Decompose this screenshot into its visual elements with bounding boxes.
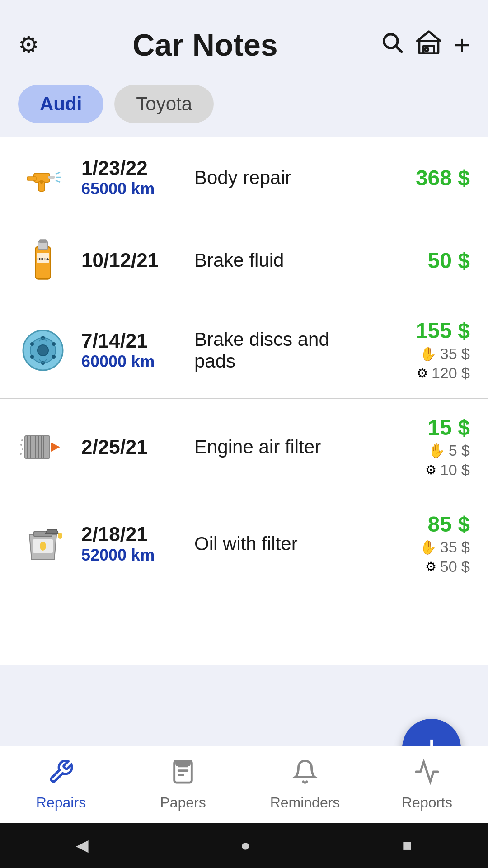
repair-cost: 368 $ — [371, 165, 470, 190]
nav-item-repairs[interactable]: Repairs — [0, 746, 122, 823]
repair-date-4: 2/25/21 — [81, 436, 185, 458]
nav-item-reminders[interactable]: Reminders — [244, 746, 366, 823]
svg-point-24 — [52, 342, 56, 346]
android-nav-bar: ◀ ● ■ — [0, 823, 488, 868]
parts-value-5: 50 $ — [440, 558, 470, 576]
repair-cost-total-3: 155 $ — [371, 318, 470, 343]
repair-cost-total-2: 50 $ — [371, 248, 470, 273]
repair-item-3[interactable]: 7/14/21 60000 km Brake discs and pads 15… — [0, 302, 488, 399]
nav-item-reports[interactable]: Reports — [366, 746, 488, 823]
svg-point-38 — [21, 439, 23, 441]
repair-date-3: 7/14/21 — [81, 330, 185, 352]
repair-date-section-5: 2/18/21 52000 km — [81, 523, 185, 565]
reports-icon — [414, 759, 440, 791]
repair-cost-4: 15 $ ✋ 5 $ ⚙ 10 $ — [371, 415, 470, 479]
repair-name: Body repair — [185, 167, 371, 189]
svg-text:DOT4: DOT4 — [37, 256, 49, 261]
labor-value-3: 35 $ — [440, 345, 470, 363]
svg-point-39 — [20, 444, 22, 446]
nav-label-reminders: Reminders — [270, 794, 340, 811]
repair-item-1[interactable]: 1/23/22 65000 km Body repair 368 $ — [0, 137, 488, 219]
svg-marker-37 — [51, 443, 60, 452]
nav-item-papers[interactable]: Papers — [122, 746, 244, 823]
repair-cost-2: 50 $ — [371, 248, 470, 273]
svg-line-13 — [56, 180, 60, 182]
labor-value-5: 35 $ — [440, 538, 470, 556]
svg-point-6 — [425, 48, 428, 51]
android-home-button[interactable]: ● — [240, 836, 250, 855]
svg-point-45 — [58, 533, 62, 539]
repair-name-4: Engine air filter — [185, 436, 371, 458]
svg-point-41 — [20, 453, 22, 455]
repair-date-section: 1/23/22 65000 km — [81, 157, 185, 198]
app-title: Car Notes — [30, 27, 380, 62]
svg-rect-2 — [419, 41, 438, 54]
repair-cost-total-5: 85 $ — [371, 512, 470, 537]
parts-cost-5: ⚙ 50 $ — [371, 558, 470, 576]
bottom-nav: Repairs Papers Reminders R — [0, 746, 488, 823]
repair-name-5: Oil with filter — [185, 533, 371, 555]
android-back-button[interactable]: ◀ — [76, 836, 89, 855]
header: ⚙ Car Notes + — [0, 0, 488, 76]
svg-rect-52 — [177, 760, 190, 765]
repair-cost-5: 85 $ ✋ 35 $ ⚙ 50 $ — [371, 512, 470, 576]
parts-value-4: 10 $ — [440, 461, 470, 479]
repair-icon-filter — [18, 422, 68, 472]
repair-list: 1/23/22 65000 km Body repair 368 $ DOT4 … — [0, 137, 488, 665]
repair-name-3: Brake discs and pads — [185, 329, 371, 372]
repair-item-5[interactable]: 2/18/21 52000 km Oil with filter 85 $ ✋ … — [0, 495, 488, 592]
repair-date: 1/23/22 — [81, 157, 185, 179]
repair-cost-total-4: 15 $ — [371, 415, 470, 440]
papers-icon — [170, 759, 196, 791]
parts-cost-3: ⚙ 120 $ — [371, 364, 470, 382]
nav-label-papers: Papers — [160, 794, 206, 811]
repair-date-2: 10/12/21 — [81, 249, 185, 272]
repair-icon-disc — [18, 326, 68, 375]
tab-audi[interactable]: Audi — [18, 85, 103, 123]
svg-point-40 — [22, 448, 23, 450]
labor-cost-4: ✋ 5 $ — [371, 442, 470, 459]
svg-rect-17 — [39, 239, 47, 243]
svg-line-11 — [56, 172, 60, 174]
svg-rect-14 — [40, 180, 43, 184]
header-actions: + — [380, 29, 470, 61]
svg-marker-44 — [45, 529, 59, 534]
svg-point-27 — [30, 355, 34, 359]
repairs-icon — [48, 759, 74, 791]
repair-icon-fluid: DOT4 — [18, 236, 68, 285]
car-tabs: Audi Toyota — [0, 76, 488, 137]
svg-line-1 — [396, 47, 402, 52]
svg-rect-10 — [48, 176, 55, 179]
svg-point-22 — [38, 345, 48, 356]
repair-date-section-4: 2/25/21 — [81, 436, 185, 458]
repair-km-3: 60000 km — [81, 352, 185, 371]
labor-value-4: 5 $ — [449, 442, 470, 459]
repair-item-4[interactable]: 2/25/21 Engine air filter 15 $ ✋ 5 $ ⚙ 1… — [0, 399, 488, 495]
repair-item-2[interactable]: DOT4 10/12/21 Brake fluid 50 $ — [0, 219, 488, 302]
nav-label-reports: Reports — [402, 794, 452, 811]
repair-cost-total: 368 $ — [371, 165, 470, 190]
tab-toyota[interactable]: Toyota — [114, 85, 214, 123]
labor-cost-3: ✋ 35 $ — [371, 345, 470, 363]
garage-icon[interactable] — [416, 30, 441, 59]
labor-cost-5: ✋ 35 $ — [371, 538, 470, 556]
search-icon[interactable] — [380, 30, 404, 59]
repair-date-section-2: 10/12/21 — [81, 249, 185, 272]
parts-cost-4: ⚙ 10 $ — [371, 461, 470, 479]
svg-point-47 — [40, 542, 46, 551]
svg-point-25 — [52, 355, 56, 359]
android-recent-button[interactable]: ■ — [402, 836, 412, 855]
svg-point-28 — [30, 342, 34, 346]
add-icon[interactable]: + — [454, 29, 470, 61]
svg-rect-8 — [27, 177, 36, 180]
repair-date-5: 2/18/21 — [81, 523, 185, 546]
nav-label-repairs: Repairs — [36, 794, 86, 811]
repair-km: 65000 km — [81, 179, 185, 198]
svg-rect-29 — [25, 436, 50, 458]
parts-value-3: 120 $ — [432, 364, 470, 382]
repair-icon-spray — [18, 153, 68, 203]
repair-cost-3: 155 $ ✋ 35 $ ⚙ 120 $ — [371, 318, 470, 382]
repair-name-2: Brake fluid — [185, 250, 371, 271]
repair-date-section-3: 7/14/21 60000 km — [81, 330, 185, 371]
repair-icon-oil — [18, 519, 68, 569]
